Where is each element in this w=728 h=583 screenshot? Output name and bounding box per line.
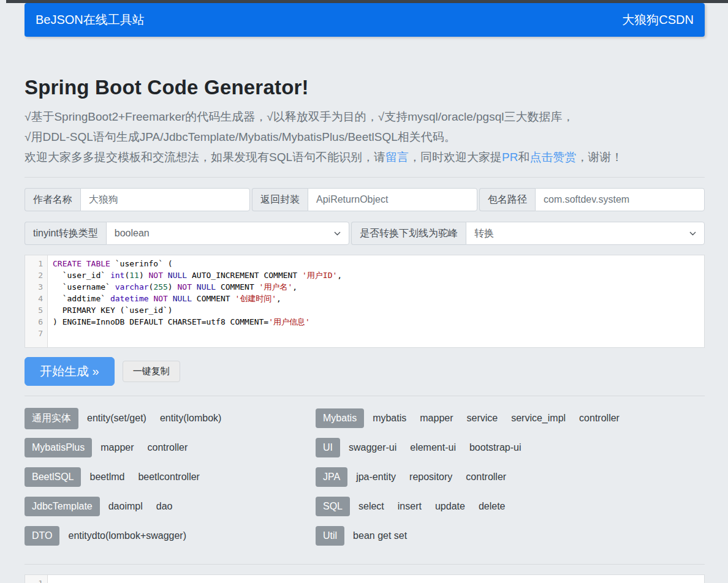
description-link[interactable]: 留言 (385, 151, 409, 164)
template-item[interactable]: daoimpl (108, 501, 143, 512)
code-token: int (110, 271, 124, 280)
editor-line: 6) ENGINE=InnoDB DEFAULT CHARSET=utf8 CO… (25, 316, 704, 328)
template-category-button[interactable]: 通用实体 (25, 408, 78, 429)
template-item[interactable]: bootstrap-ui (469, 442, 521, 453)
navbar: BeJSON在线工具站 大狼狗CSDN (25, 3, 705, 37)
template-item[interactable]: dao (156, 501, 173, 512)
divider-top (25, 177, 705, 178)
editor-line: 4 `addtime` datetime NOT NULL COMMENT '创… (25, 293, 704, 304)
template-item[interactable]: select (358, 501, 384, 512)
return-wrapper-input[interactable]: ApiReturnObject (308, 188, 477, 211)
tinyint-type-select[interactable]: boolean (106, 222, 349, 245)
template-item[interactable]: bean get set (353, 530, 407, 541)
code-token: NULL (173, 294, 192, 303)
template-category-button[interactable]: BeetlSQL (25, 467, 81, 487)
template-category-button[interactable]: SQL (316, 497, 350, 516)
editor-line: 7 (25, 328, 704, 339)
template-category-button[interactable]: UI (316, 438, 340, 457)
template-item[interactable]: mapper (100, 442, 134, 453)
code-token: NOT (178, 282, 192, 292)
code-token: AUTO_INCREMENT COMMENT (187, 271, 302, 280)
description-link[interactable]: PR (502, 151, 518, 164)
template-item[interactable]: service (467, 413, 498, 424)
template-item[interactable]: controller (579, 413, 620, 424)
navbar-csdn-link[interactable]: 大狼狗CSDN (622, 12, 694, 28)
code-token: `username` (53, 282, 115, 292)
template-item[interactable]: service_impl (511, 413, 566, 424)
editor-line: 5 PRIMARY KEY (`user_id`) (25, 304, 704, 316)
template-row: BeetlSQLbeetlmdbeetlcontroller (25, 466, 316, 488)
code-token: 255 (153, 282, 167, 292)
camelcase-convert-select[interactable]: 转换 (466, 222, 705, 245)
return-wrapper-label: 返回封装 (252, 188, 308, 211)
description: √基于SpringBoot2+Freemarker的代码生成器，√以释放双手为目… (25, 107, 705, 167)
template-item[interactable]: beetlcontroller (138, 472, 200, 483)
template-row: JdbcTemplatedaoimpldao (25, 495, 316, 517)
code-text: CREATE TABLE `userinfo` ( (48, 258, 173, 269)
code-token: NOT (153, 294, 167, 303)
editor-line: 2 `user_id` int(11) NOT NULL AUTO_INCREM… (25, 269, 704, 281)
author-input[interactable]: 大狼狗 (80, 188, 250, 211)
copy-button[interactable]: 一键复制 (123, 361, 180, 382)
template-item[interactable]: delete (479, 501, 506, 512)
code-token: `userinfo` ( (110, 259, 173, 268)
template-item[interactable]: beetlmd (89, 472, 124, 483)
template-category-button[interactable]: Mybatis (316, 408, 364, 428)
template-item[interactable]: swagger-ui (349, 442, 396, 453)
template-grid: 通用实体entity(set/get)entity(lombok)Mybatis… (25, 407, 705, 554)
return-wrapper-field-group: 返回封装 ApiReturnObject (252, 188, 477, 211)
template-item[interactable]: entity(lombok) (160, 413, 221, 424)
template-item[interactable]: insert (398, 501, 422, 512)
form-row-2: tinyint转换类型 boolean 是否转换下划线为驼峰 转换 (25, 222, 705, 245)
template-item[interactable]: repository (409, 472, 452, 483)
template-item[interactable]: entitydto(lombok+swagger) (68, 530, 186, 541)
code-token: varchar (115, 282, 149, 292)
code-token: '创建时间' (235, 294, 276, 303)
template-category-button[interactable]: JdbcTemplate (25, 497, 100, 516)
template-item[interactable]: update (435, 501, 465, 512)
chevron-down-icon (689, 231, 696, 236)
template-item[interactable]: mapper (420, 413, 453, 424)
template-item[interactable]: controller (466, 472, 506, 483)
code-token (168, 294, 173, 303)
template-item[interactable]: mybatis (373, 413, 406, 424)
editor-line: 1 (25, 577, 704, 583)
code-token: '用户ID' (302, 271, 337, 280)
line-number: 7 (25, 328, 48, 339)
navbar-brand-link[interactable]: BeJSON在线工具站 (36, 12, 145, 28)
template-item[interactable]: entity(set/get) (87, 413, 146, 424)
code-text: `user_id` int(11) NOT NULL AUTO_INCREMEN… (48, 269, 342, 281)
template-item[interactable]: element-ui (410, 442, 456, 453)
template-row: UIswagger-uielement-uibootstrap-ui (316, 437, 705, 459)
code-token: NOT (149, 271, 163, 280)
code-token: , (337, 271, 342, 280)
template-category-button[interactable]: DTO (25, 526, 59, 546)
line-number: 6 (25, 316, 48, 328)
editor-scroll-area: 1CREATE TABLE `userinfo` (2 `user_id` in… (25, 255, 704, 339)
page-title: Spring Boot Code Generator! (25, 76, 705, 99)
package-path-input[interactable]: com.softdev.system (535, 188, 705, 211)
code-token: COMMENT (192, 294, 235, 303)
chevron-down-icon (334, 231, 341, 236)
template-category-button[interactable]: MybatisPlus (25, 438, 92, 457)
template-column-right: Mybatismybatismapperserviceservice_implc… (316, 407, 705, 554)
generate-button[interactable]: 开始生成 » (25, 357, 115, 386)
output-editor[interactable]: 1 (25, 574, 705, 583)
code-token: `addtime` (53, 294, 110, 303)
editor-scroll-area: 1 (25, 575, 704, 583)
template-item[interactable]: controller (148, 442, 188, 453)
description-line1: √基于SpringBoot2+Freemarker的代码生成器，√以释放双手为目… (25, 110, 574, 123)
description-link[interactable]: 点击赞赏 (529, 151, 576, 164)
template-item[interactable]: jpa-entity (356, 472, 396, 483)
code-token: PRIMARY KEY (`user_id`) (53, 306, 173, 315)
main-container: Spring Boot Code Generator! √基于SpringBoo… (25, 37, 705, 583)
template-category-button[interactable]: JPA (316, 467, 347, 487)
code-token: NULL (197, 282, 216, 292)
tinyint-type-group: tinyint转换类型 boolean (25, 222, 349, 245)
code-text (48, 328, 53, 339)
template-row: 通用实体entity(set/get)entity(lombok) (25, 407, 316, 429)
template-category-button[interactable]: Util (316, 526, 344, 546)
sql-input-editor[interactable]: 1CREATE TABLE `userinfo` (2 `user_id` in… (25, 255, 705, 348)
tinyint-type-selected-value: boolean (115, 228, 150, 239)
package-path-label: 包名路径 (479, 188, 535, 211)
